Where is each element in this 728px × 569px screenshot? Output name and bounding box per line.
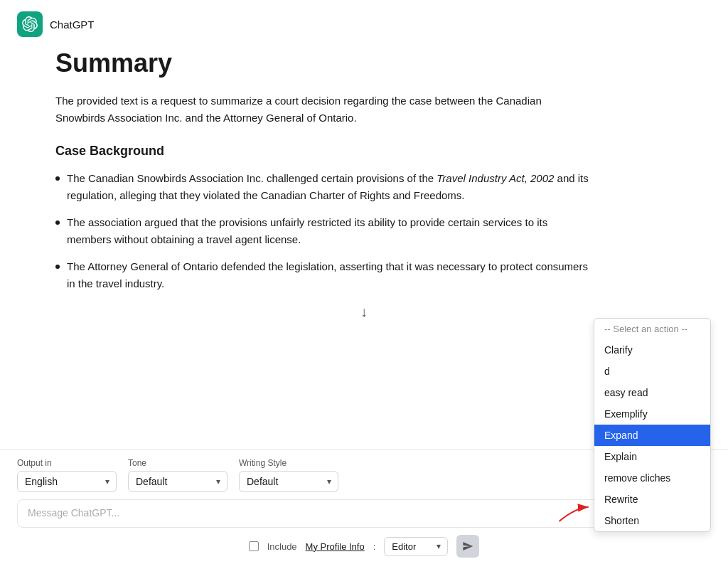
include-profile-checkbox-wrapper[interactable] [249,541,259,551]
action-rewrite[interactable]: Rewrite [594,489,710,510]
action-explain[interactable]: Explain [594,446,710,467]
app-name: ChatGPT [50,18,95,31]
list-item: The Canadian Snowbirds Association Inc. … [55,170,589,204]
output-label: Output in [17,458,117,468]
writing-style-group: Writing Style Default Academic Business … [239,458,338,492]
include-label: Include [267,541,297,552]
editor-select[interactable]: Editor Viewer Custom [384,537,448,556]
tone-label: Tone [128,458,228,468]
tone-group: Tone Default Formal Casual Professional … [128,458,228,492]
writing-style-label: Writing Style [239,458,338,468]
header: ChatGPT [0,0,728,40]
bullet-text-3: The Attorney General of Ontario defended… [67,258,589,292]
message-placeholder: Message ChatGPT... [28,507,119,519]
bullet-dot [55,265,60,269]
action-dropdown-placeholder: -- Select an action -- [594,319,710,339]
action-shorten[interactable]: Shorten [594,510,710,531]
tone-select[interactable]: Default Formal Casual Professional [128,471,228,492]
submit-button[interactable] [456,535,479,558]
intro-text: The provided text is a request to summar… [55,92,589,127]
submit-icon [462,541,473,552]
bullet-text-2: The association argued that the provisio… [67,214,589,248]
action-remove-cliches[interactable]: remove cliches [594,467,710,489]
action-expand[interactable]: Expand [594,425,710,446]
list-item: The association argued that the provisio… [55,214,589,248]
output-select[interactable]: English French Spanish German [17,471,117,492]
action-exemplify[interactable]: Exemplify [594,403,710,425]
action-dropdown[interactable]: -- Select an action -- Clarify d easy re… [594,318,711,532]
case-background-heading: Case Background [55,144,711,159]
output-in-group: Output in English French Spanish German … [17,458,117,492]
action-easy-read[interactable]: easy read [594,382,710,403]
action-clarify[interactable]: Clarify [594,339,710,361]
editor-select-wrapper[interactable]: Editor Viewer Custom ▾ [384,537,448,556]
writing-style-select[interactable]: Default Academic Business Creative [239,471,338,492]
my-profile-info-link[interactable]: My Profile Info [306,541,365,552]
page-title: Summary [55,48,711,78]
output-select-wrapper[interactable]: English French Spanish German ▾ [17,471,117,492]
bullet-text-1: The Canadian Snowbirds Association Inc. … [67,170,589,204]
chatgpt-logo-icon [22,16,38,32]
chatgpt-logo [17,11,43,37]
writing-style-select-wrapper[interactable]: Default Academic Business Creative ▾ [239,471,338,492]
bullet-list: The Canadian Snowbirds Association Inc. … [55,170,589,292]
bottom-info-row: Include My Profile Info : Editor Viewer … [17,535,711,560]
bottom-toolbar: -- Select an action -- Clarify d easy re… [0,449,728,569]
tone-select-wrapper[interactable]: Default Formal Casual Professional ▾ [128,471,228,492]
bullet-dot [55,176,60,181]
list-item: The Attorney General of Ontario defended… [55,258,589,292]
bullet-dot [55,220,60,225]
colon: : [373,541,376,552]
include-profile-checkbox[interactable] [249,541,259,551]
action-d[interactable]: d [594,361,710,382]
